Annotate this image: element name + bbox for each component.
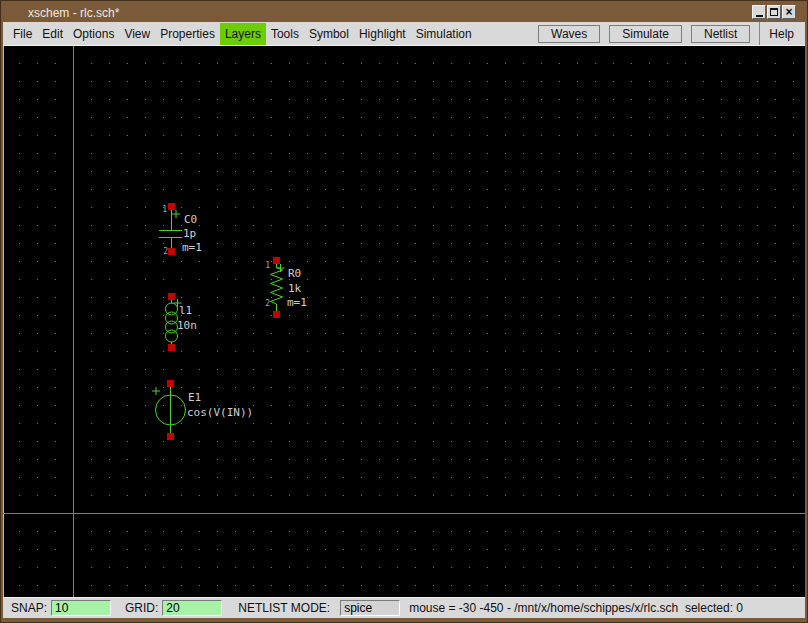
pin-terminal[interactable] (167, 433, 174, 440)
snap-label: SNAP: (11, 601, 47, 615)
pin-terminal[interactable] (167, 380, 174, 387)
netlist-mode-label: NETLIST MODE: (238, 601, 330, 615)
component-value-label: cos(V(IN)) (187, 406, 253, 419)
xschem-window: xschem - rlc.sch* × File Edit Options Vi… (0, 0, 808, 623)
statusbar: SNAP: GRID: NETLIST MODE: mouse = -30 -4… (3, 597, 805, 618)
pin-number: 1 (162, 205, 167, 214)
menu-help[interactable]: Help (760, 23, 803, 45)
maximize-button[interactable] (767, 5, 781, 19)
menu-tools[interactable]: Tools (266, 23, 304, 45)
plus-polarity-icon (152, 387, 160, 395)
minimize-button[interactable] (752, 5, 766, 19)
menu-layers[interactable]: Layers (220, 23, 266, 45)
component-resistor-r0[interactable]: 1 2 R0 1k m=1 (265, 257, 307, 318)
menu-file[interactable]: File (8, 23, 37, 45)
menubar: File Edit Options View Properties Layers… (3, 22, 805, 46)
snap-input[interactable] (51, 600, 111, 616)
component-name-label: C0 (184, 213, 197, 226)
netlist-mode-input[interactable] (340, 600, 400, 616)
component-capacitor-c0[interactable]: 1 2 C0 1p m=1 (159, 203, 202, 256)
component-mult-label: m=1 (182, 241, 202, 254)
menu-view[interactable]: View (119, 23, 155, 45)
netlist-button[interactable]: Netlist (691, 25, 750, 43)
pin-terminal[interactable] (168, 293, 175, 300)
menu-options[interactable]: Options (68, 23, 119, 45)
grid-label: GRID: (125, 601, 158, 615)
window-controls: × (752, 5, 796, 19)
mouse-coordinates-status: mouse = -30 -450 - /mnt/x/home/schippes/… (409, 601, 743, 615)
pin-terminal[interactable] (168, 344, 175, 351)
pin-number: 1 (265, 261, 270, 270)
menu-edit[interactable]: Edit (37, 23, 68, 45)
pin-terminal[interactable] (273, 311, 280, 318)
plus-polarity-icon (277, 264, 285, 272)
component-name-label: R0 (288, 267, 301, 280)
minimize-icon (756, 15, 763, 17)
window-title: xschem - rlc.sch* (28, 6, 119, 20)
component-name-label: E1 (188, 391, 201, 404)
pin-terminal[interactable] (168, 248, 175, 255)
inductor-coil (166, 330, 178, 342)
capacitor-symbol (159, 210, 182, 248)
schematic-canvas[interactable]: 1 2 C0 1p m=1 l1 10n (3, 46, 805, 597)
waves-button[interactable]: Waves (538, 25, 600, 43)
simulate-button[interactable]: Simulate (609, 25, 682, 43)
component-name-label: l1 (179, 304, 192, 317)
menu-symbol[interactable]: Symbol (304, 23, 354, 45)
plus-polarity-icon (172, 210, 180, 218)
pin-terminal[interactable] (168, 203, 175, 210)
menu-simulation[interactable]: Simulation (411, 23, 477, 45)
menu-highlight[interactable]: Highlight (354, 23, 411, 45)
component-mult-label: m=1 (287, 296, 307, 309)
component-inductor-l1[interactable]: l1 10n (166, 293, 197, 351)
close-icon: × (785, 7, 792, 17)
component-value-label: 10n (177, 319, 197, 332)
grid-input[interactable] (162, 600, 222, 616)
schematic-drawing: 1 2 C0 1p m=1 l1 10n (3, 46, 805, 597)
component-value-label: 1p (183, 227, 196, 240)
component-value-label: 1k (288, 282, 302, 295)
maximize-icon (770, 8, 778, 16)
close-button[interactable]: × (782, 5, 796, 19)
menu-properties[interactable]: Properties (155, 23, 220, 45)
component-source-e1[interactable]: E1 cos(V(IN)) (152, 380, 253, 440)
pin-terminal[interactable] (273, 257, 280, 264)
pin-number: 2 (163, 247, 168, 256)
titlebar[interactable]: xschem - rlc.sch* × (3, 3, 805, 22)
pin-number: 2 (265, 299, 270, 308)
